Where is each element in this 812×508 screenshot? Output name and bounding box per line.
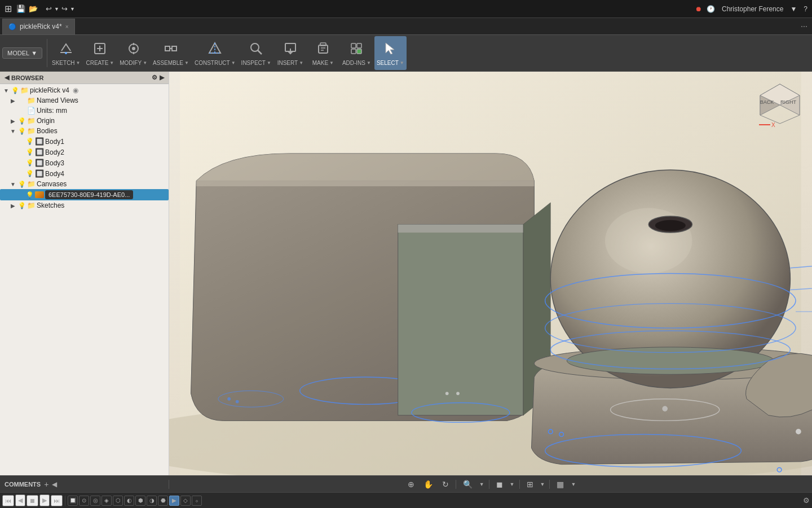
file-tab[interactable]: 🔵 pickleRick v4* × <box>2 19 75 34</box>
nav-cube[interactable]: RIGHT BACK X <box>754 78 805 129</box>
create-label: CREATE ▼ <box>86 60 114 66</box>
toolbar-select[interactable]: SELECT ▼ <box>374 36 407 70</box>
zoom-arrow[interactable]: ▼ <box>479 481 484 487</box>
tree-toggle-canvases[interactable]: ▼ <box>9 181 17 187</box>
toolbar-insert[interactable]: INSERT ▼ <box>275 36 306 70</box>
timeline-item-9[interactable]: ⬣ <box>158 496 168 506</box>
save-icon[interactable]: 💾 <box>16 5 25 13</box>
display-arrow[interactable]: ▼ <box>510 481 515 487</box>
viewport-button[interactable]: ▦ <box>554 479 566 490</box>
tree-root[interactable]: ▼ 💡 📁 pickleRick v4 ◉ <box>0 85 169 95</box>
timeline-item-5[interactable]: ⬡ <box>113 496 123 506</box>
tree-body1[interactable]: ▶ 💡 🔲 Body1 <box>0 136 169 147</box>
tree-folder-canvases: 📁 <box>27 180 36 188</box>
timeline-item-7[interactable]: ⬢ <box>135 496 145 506</box>
tab-expand[interactable]: ⋯ <box>801 23 812 30</box>
vp-sep-2 <box>489 480 489 489</box>
tree-eye-origin[interactable]: 💡 <box>18 117 26 125</box>
grid-arrow[interactable]: ▼ <box>540 481 545 487</box>
timeline-item-11[interactable]: ◇ <box>180 496 191 506</box>
tree-eye-body3[interactable]: 💡 <box>26 159 34 167</box>
user-dropdown-arrow[interactable]: ▼ <box>790 5 797 13</box>
timeline-item-2[interactable]: ⊙ <box>79 496 89 506</box>
toolbar-modify[interactable]: MODIFY ▼ <box>117 36 149 70</box>
tree-eye-bodies[interactable]: 💡 <box>18 128 26 135</box>
tree-eye-canvas[interactable]: 💡 <box>26 191 34 199</box>
pan-button[interactable]: ✋ <box>421 479 435 490</box>
redo-icon[interactable]: ↪ <box>61 5 68 13</box>
toolbar-make[interactable]: MAKE ▼ <box>307 36 339 70</box>
open-icon[interactable]: 📂 <box>29 5 38 13</box>
timeline-item-6[interactable]: ◐ <box>124 496 134 506</box>
grid-button[interactable]: ⊞ <box>524 479 536 490</box>
tree-toggle-origin[interactable]: ▶ <box>9 118 17 124</box>
timeline-end-button[interactable]: ⏭ <box>51 495 63 506</box>
browser-settings-icon[interactable]: ⚙ <box>152 74 157 81</box>
tree-sketches[interactable]: ▶ 💡 📁 Sketches <box>0 200 169 211</box>
tree-toggle-namedviews[interactable]: ▶ <box>9 98 17 104</box>
record-button[interactable]: ⏺ <box>695 5 702 13</box>
undo-icon[interactable]: ↩ <box>46 5 52 13</box>
svg-rect-20 <box>320 43 326 46</box>
tree-eye-body1[interactable]: 💡 <box>26 138 34 145</box>
toolbar-addins[interactable]: ADD-INS ▼ <box>340 36 373 70</box>
svg-rect-24 <box>357 43 361 48</box>
zoom-button[interactable]: 🔍 <box>461 479 475 490</box>
browser-collapse-icon[interactable]: ◀ <box>5 74 9 81</box>
tree-eye-canvases[interactable]: 💡 <box>18 181 26 188</box>
tree-named-views[interactable]: ▶ 💡 📁 Named Views <box>0 95 169 106</box>
comments-add-button[interactable]: + <box>44 480 48 489</box>
tree-origin[interactable]: ▶ 💡 📁 Origin <box>0 116 169 126</box>
addins-icon <box>348 41 364 59</box>
model-button[interactable]: MODEL ▼ <box>2 47 42 59</box>
app-grid-icon[interactable]: ⊞ <box>5 3 12 14</box>
toolbar-sketch[interactable]: SKETCH ▼ <box>50 36 82 70</box>
tree-canvas-item[interactable]: ▶ 💡 6EE75730-80E9-419D-AE0... <box>0 189 169 200</box>
tree-eye-body4[interactable]: 💡 <box>26 170 34 177</box>
toolbar-inspect[interactable]: INSPECT ▼ <box>239 36 273 70</box>
viewport-arrow[interactable]: ▼ <box>571 481 576 487</box>
orbit-button[interactable]: ↻ <box>440 479 451 490</box>
tree-canvases[interactable]: ▼ 💡 📁 Canvases <box>0 179 169 189</box>
tree-toggle-sketches[interactable]: ▶ <box>9 203 17 209</box>
browser-tree: ▼ 💡 📁 pickleRick v4 ◉ ▶ 💡 📁 Named Views … <box>0 84 169 475</box>
timeline-item-1[interactable]: 🔲 <box>68 496 78 506</box>
tree-folder-origin: 📁 <box>27 117 36 125</box>
comments-expand-button[interactable]: ◀ <box>52 480 57 488</box>
tab-close-button[interactable]: × <box>65 24 69 30</box>
timeline-play-button[interactable]: ⏹ <box>27 495 38 506</box>
timeline-item-12[interactable]: ⬦ <box>192 496 202 506</box>
timeline-next-button[interactable]: ▶ <box>39 494 50 506</box>
tree-eye-root[interactable]: 💡 <box>11 87 19 94</box>
tree-eye-body2[interactable]: 💡 <box>26 148 34 156</box>
browser-expand-icon[interactable]: ▶ <box>160 74 164 81</box>
tree-bodies[interactable]: ▼ 💡 📁 Bodies <box>0 126 169 136</box>
timeline-settings-button[interactable]: ⚙ <box>803 496 810 505</box>
tree-canvas-thumbnail <box>35 191 44 198</box>
tree-body3[interactable]: ▶ 💡 🔲 Body3 <box>0 157 169 168</box>
timeline-item-3[interactable]: ◎ <box>90 496 100 506</box>
tree-toggle-root[interactable]: ▼ <box>2 87 10 94</box>
undo-arrow[interactable]: ▼ <box>54 6 59 12</box>
timeline-item-10[interactable]: ▶ <box>169 496 179 506</box>
tree-toggle-bodies[interactable]: ▼ <box>9 128 17 134</box>
tree-body4[interactable]: ▶ 💡 🔲 Body4 <box>0 168 169 179</box>
toolbar-assemble[interactable]: ASSEMBLE ▼ <box>151 36 191 70</box>
toolbar-create[interactable]: CREATE ▼ <box>84 36 117 70</box>
timeline-item-8[interactable]: ◑ <box>147 496 157 506</box>
svg-rect-23 <box>351 43 356 48</box>
timeline-beginning-button[interactable]: ⏮ <box>2 495 14 506</box>
inspect-label: INSPECT ▼ <box>241 60 271 66</box>
tree-label-origin: Origin <box>37 117 55 125</box>
tree-body2[interactable]: ▶ 💡 🔲 Body2 <box>0 147 169 157</box>
snap-button[interactable]: ⊕ <box>405 479 417 490</box>
timeline-item-4[interactable]: ◈ <box>102 496 112 506</box>
viewport[interactable]: RIGHT BACK X <box>169 72 812 475</box>
tree-eye-sketches[interactable]: 💡 <box>18 202 26 209</box>
display-mode-button[interactable]: ◼ <box>494 479 505 490</box>
toolbar-construct[interactable]: CONSTRUCT ▼ <box>192 36 238 70</box>
help-button[interactable]: ? <box>804 5 807 13</box>
redo-arrow[interactable]: ▼ <box>70 6 75 12</box>
timeline-prev-button[interactable]: ◀ <box>15 494 25 506</box>
model-label: MODEL <box>7 50 29 56</box>
